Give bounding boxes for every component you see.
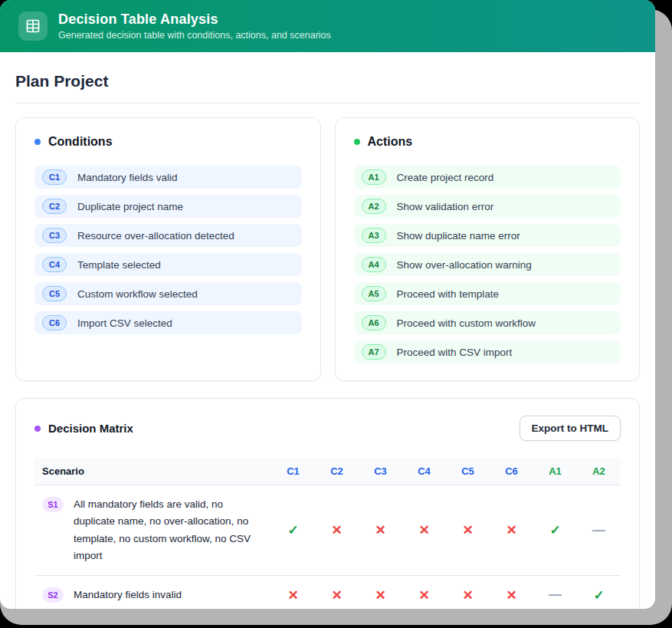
actions-item-a7: A7Proceed with CSV import (354, 340, 621, 363)
purple-dot-icon (34, 426, 41, 432)
actions-badge: A7 (362, 344, 386, 360)
decision-matrix-table: ScenarioC1C2C3C4C5C6A1A2 S1All mandatory… (34, 458, 621, 609)
actions-item-a4: A4Show over-allocation warning (354, 253, 621, 276)
conditions-item-label: Import CSV selected (77, 317, 172, 329)
actions-badge: A3 (362, 228, 386, 243)
main-content: Plan Project Conditions C1Mandatory fiel… (0, 52, 655, 609)
conditions-badge: C3 (42, 228, 67, 243)
scenario-description: All mandatory fields are valid, no dupli… (74, 496, 265, 564)
matrix-column-c6: C6 (490, 458, 533, 485)
matrix-column-c3: C3 (359, 458, 402, 485)
x-icon: ✕ (331, 588, 342, 603)
actions-list: A1Create project recordA2Show validation… (354, 166, 621, 363)
app-header-text: Decision Table Analysis Generated decisi… (58, 12, 331, 41)
x-icon: ✕ (375, 588, 385, 603)
conditions-title-label: Conditions (48, 135, 113, 149)
x-icon: ✕ (462, 588, 473, 603)
matrix-column-a2: A2 (577, 458, 621, 485)
app-window: Decision Table Analysis Generated decisi… (0, 0, 655, 609)
decision-matrix-title-label: Decision Matrix (48, 422, 133, 435)
decision-matrix-title: Decision Matrix (34, 422, 133, 435)
actions-badge: A6 (362, 315, 386, 330)
app-header: Decision Table Analysis Generated decisi… (0, 0, 655, 52)
conditions-item-label: Duplicate project name (77, 201, 183, 212)
actions-badge: A2 (362, 199, 386, 214)
export-to-html-button[interactable]: Export to HTML (520, 416, 621, 441)
matrix-column-c5: C5 (446, 458, 490, 485)
x-icon: ✕ (375, 523, 385, 538)
app-title: Decision Table Analysis (58, 12, 331, 28)
matrix-column-scenario: Scenario (34, 458, 271, 485)
actions-item-a6: A6Proceed with custom workflow (354, 311, 621, 334)
dash-icon: — (549, 587, 562, 602)
x-icon: ✕ (418, 588, 429, 603)
actions-badge: A1 (362, 169, 386, 185)
x-icon: ✕ (418, 523, 429, 538)
screen: Decision Table Analysis Generated decisi… (0, 0, 672, 628)
table-icon (18, 12, 48, 41)
actions-badge: A5 (362, 286, 386, 301)
matrix-header-row: ScenarioC1C2C3C4C5C6A1A2 (34, 458, 621, 485)
scenario-description: Mandatory fields invalid (74, 587, 182, 603)
actions-item-a1: A1Create project record (354, 166, 621, 189)
actions-item-label: Create project record (397, 172, 494, 183)
conditions-item-c4: C4Template selected (34, 253, 302, 276)
x-icon: ✕ (506, 523, 516, 538)
actions-item-label: Show duplicate name error (397, 230, 520, 242)
conditions-badge: C1 (42, 169, 67, 185)
matrix-column-a1: A1 (533, 458, 577, 485)
conditions-badge: C4 (42, 257, 67, 272)
actions-card-title: Actions (354, 135, 621, 149)
conditions-badge: C5 (42, 286, 67, 301)
scenario-badge: S2 (42, 587, 64, 603)
actions-badge: A4 (362, 257, 386, 272)
page-title: Plan Project (15, 72, 640, 104)
scenario-badge: S1 (42, 497, 64, 512)
matrix-column-c2: C2 (315, 458, 359, 485)
conditions-badge: C2 (42, 199, 67, 214)
x-icon: ✕ (331, 523, 342, 538)
actions-item-label: Proceed with template (397, 288, 500, 300)
actions-title-label: Actions (368, 135, 413, 149)
matrix-row-s2: S2Mandatory fields invalid✕✕✕✕✕✕—✓ (34, 576, 621, 609)
actions-item-a5: A5Proceed with template (354, 282, 621, 305)
cards-grid: Conditions C1Mandatory fields validC2Dup… (15, 117, 640, 381)
conditions-item-label: Resource over-allocation detected (77, 230, 234, 242)
dash-icon: — (592, 523, 605, 538)
actions-item-a2: A2Show validation error (354, 195, 621, 218)
matrix-column-c4: C4 (402, 458, 446, 485)
conditions-item-c3: C3Resource over-allocation detected (34, 224, 302, 247)
actions-card: Actions A1Create project recordA2Show va… (335, 117, 641, 381)
matrix-row-s1: S1All mandatory fields are valid, no dup… (34, 485, 621, 576)
app-subtitle: Generated decision table with conditions… (58, 30, 331, 41)
actions-item-label: Show over-allocation warning (397, 259, 532, 271)
actions-item-a3: A3Show duplicate name error (354, 224, 621, 247)
conditions-item-c1: C1Mandatory fields valid (34, 166, 302, 189)
conditions-item-label: Template selected (77, 259, 161, 271)
actions-item-label: Proceed with CSV import (397, 347, 513, 358)
conditions-item-label: Mandatory fields valid (77, 172, 178, 183)
check-icon: ✓ (549, 523, 560, 538)
conditions-list: C1Mandatory fields validC2Duplicate proj… (34, 166, 302, 360)
matrix-column-c1: C1 (271, 458, 315, 485)
actions-item-label: Show validation error (397, 201, 494, 212)
x-icon: ✕ (462, 523, 473, 538)
decision-matrix-header: Decision Matrix Export to HTML (34, 416, 621, 441)
check-icon: ✓ (593, 588, 604, 603)
blue-dot-icon (34, 139, 41, 145)
decision-matrix-card: Decision Matrix Export to HTML ScenarioC… (15, 398, 640, 609)
conditions-card: Conditions C1Mandatory fields validC2Dup… (15, 117, 321, 381)
x-icon: ✕ (287, 588, 298, 603)
check-icon: ✓ (287, 523, 298, 538)
conditions-card-title: Conditions (34, 135, 302, 149)
conditions-item-label: Custom workflow selected (77, 288, 198, 300)
green-dot-icon (354, 139, 360, 145)
conditions-item-c6: C6Import CSV selected (34, 311, 302, 334)
actions-item-label: Proceed with custom workflow (397, 317, 536, 329)
conditions-badge: C6 (42, 315, 67, 330)
conditions-item-c2: C2Duplicate project name (34, 195, 302, 218)
conditions-item-c5: C5Custom workflow selected (34, 282, 302, 305)
x-icon: ✕ (506, 588, 516, 603)
